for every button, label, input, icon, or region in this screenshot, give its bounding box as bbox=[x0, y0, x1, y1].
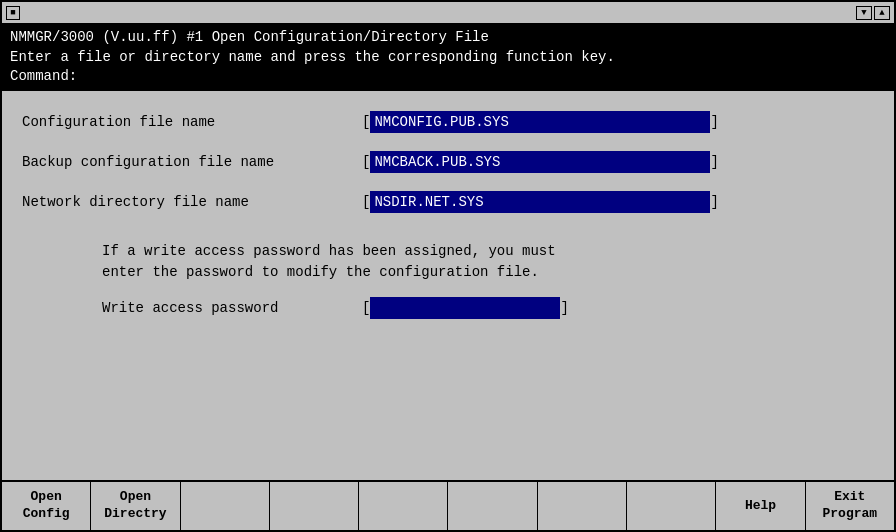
f2-button[interactable]: Open Directry bbox=[91, 482, 180, 530]
f1-line1: Open bbox=[31, 489, 62, 506]
f2-line2: Directry bbox=[104, 506, 166, 523]
f7-button[interactable] bbox=[538, 482, 627, 530]
password-row: Write access password [ ] bbox=[22, 297, 874, 319]
password-label: Write access password bbox=[22, 300, 362, 316]
info-text: If a write access password has been assi… bbox=[102, 241, 874, 283]
footer: Open Config Open Directry bbox=[2, 480, 894, 530]
minimize-icon[interactable]: ▼ bbox=[856, 6, 872, 20]
info-line1: If a write access password has been assi… bbox=[102, 241, 874, 262]
header-line3: Command: bbox=[10, 67, 886, 87]
f2-line1: Open bbox=[120, 489, 151, 506]
title-bar: ■ ▼ ▲ bbox=[2, 2, 894, 24]
config-bracket-right: ] bbox=[710, 114, 718, 130]
header-area: NMMGR/3000 (V.uu.ff) #1 Open Configurati… bbox=[2, 24, 894, 91]
network-field[interactable]: NSDIR.NET.SYS bbox=[370, 191, 710, 213]
backup-bracket-left: [ bbox=[362, 154, 370, 170]
network-field-wrapper: [ NSDIR.NET.SYS ] bbox=[362, 191, 719, 213]
f9-line1: Help bbox=[745, 498, 776, 515]
backup-field[interactable]: NMCBACK.PUB.SYS bbox=[370, 151, 710, 173]
config-bracket-left: [ bbox=[362, 114, 370, 130]
f9-button[interactable]: Help bbox=[716, 482, 805, 530]
main-content: Configuration file name [ NMCONFIG.PUB.S… bbox=[2, 91, 894, 480]
f4-button[interactable] bbox=[270, 482, 359, 530]
network-bracket-left: [ bbox=[362, 194, 370, 210]
main-window: ■ ▼ ▲ NMMGR/3000 (V.uu.ff) #1 Open Confi… bbox=[0, 0, 896, 532]
system-menu-icon[interactable]: ■ bbox=[6, 6, 20, 20]
header-line2: Enter a file or directory name and press… bbox=[10, 48, 886, 68]
password-bracket-right: ] bbox=[560, 300, 568, 316]
window-controls: ▼ ▲ bbox=[856, 6, 890, 20]
network-value: NSDIR.NET.SYS bbox=[374, 194, 483, 210]
f10-line1: Exit bbox=[834, 489, 865, 506]
f1-line2: Config bbox=[23, 506, 70, 523]
title-bar-controls: ■ bbox=[6, 6, 20, 20]
f10-button[interactable]: Exit Program bbox=[806, 482, 894, 530]
backup-label: Backup configuration file name bbox=[22, 154, 362, 170]
config-value: NMCONFIG.PUB.SYS bbox=[374, 114, 508, 130]
network-row: Network directory file name [ NSDIR.NET.… bbox=[22, 191, 874, 213]
backup-value: NMCBACK.PUB.SYS bbox=[374, 154, 500, 170]
f10-line2: Program bbox=[823, 506, 878, 523]
password-bracket-left: [ bbox=[362, 300, 370, 316]
f6-button[interactable] bbox=[448, 482, 537, 530]
f1-button[interactable]: Open Config bbox=[2, 482, 91, 530]
backup-row: Backup configuration file name [ NMCBACK… bbox=[22, 151, 874, 173]
header-line1: NMMGR/3000 (V.uu.ff) #1 Open Configurati… bbox=[10, 28, 886, 48]
config-label: Configuration file name bbox=[22, 114, 362, 130]
config-field-wrapper: [ NMCONFIG.PUB.SYS ] bbox=[362, 111, 719, 133]
config-field[interactable]: NMCONFIG.PUB.SYS bbox=[370, 111, 710, 133]
password-field[interactable] bbox=[370, 297, 560, 319]
f3-button[interactable] bbox=[181, 482, 270, 530]
f5-button[interactable] bbox=[359, 482, 448, 530]
password-field-wrapper: [ ] bbox=[362, 297, 569, 319]
maximize-icon[interactable]: ▲ bbox=[874, 6, 890, 20]
backup-bracket-right: ] bbox=[710, 154, 718, 170]
network-bracket-right: ] bbox=[710, 194, 718, 210]
config-row: Configuration file name [ NMCONFIG.PUB.S… bbox=[22, 111, 874, 133]
network-label: Network directory file name bbox=[22, 194, 362, 210]
f8-button[interactable] bbox=[627, 482, 716, 530]
backup-field-wrapper: [ NMCBACK.PUB.SYS ] bbox=[362, 151, 719, 173]
info-line2: enter the password to modify the configu… bbox=[102, 262, 874, 283]
